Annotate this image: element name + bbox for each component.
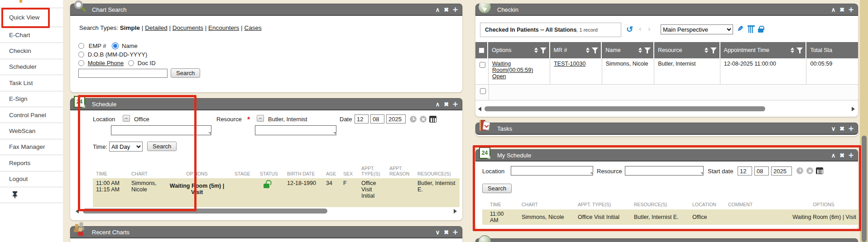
filter-icon[interactable] [592,47,598,53]
search-type-detailed[interactable]: Detailed [145,24,168,31]
sidebar-item-checkin[interactable]: Checkin [0,43,63,59]
location-tree-toggle[interactable]: − [123,115,130,122]
sidebar-item-control-panel[interactable]: Control Panel [0,107,63,123]
sort-icon[interactable] [705,47,708,53]
scroll-right-arrow[interactable] [852,107,855,111]
scroll-right-arrow[interactable] [454,209,457,214]
collapse-icon[interactable]: ∧ [436,7,440,13]
date-month-input[interactable] [355,114,369,123]
scroll-thumb[interactable] [862,136,867,242]
scroll-thumb[interactable] [83,209,327,214]
sidebar-item-logout[interactable]: Logout [0,171,63,187]
resize-grip[interactable] [590,172,593,176]
open-link[interactable]: Open [492,73,506,80]
expand-icon[interactable]: ∨ [831,126,836,132]
my-schedule-row[interactable]: 11:00 AM Simmons, Nicole Office Visit In… [482,209,858,225]
scroll-left-arrow[interactable] [478,107,481,111]
radio-name[interactable] [112,43,118,49]
sort-icon[interactable] [534,47,538,53]
sidebar-item-e-chart[interactable]: E-Chart [0,27,63,43]
sidebar-item-fax-manager[interactable]: Fax Manager [0,139,63,155]
perspective-select[interactable]: Main Perspective [661,24,733,34]
radio-mobile-phone[interactable] [78,60,84,66]
filter-icon[interactable] [644,47,651,53]
radio-dob[interactable] [78,52,84,57]
filter-icon[interactable] [796,47,803,53]
calendar-picker-icon[interactable] [429,116,436,123]
lock-icon[interactable] [758,28,763,33]
radio-doc-id[interactable] [128,60,134,66]
location-input[interactable] [111,125,211,135]
cell-options[interactable]: Waiting Room (6m) | Visit [782,214,858,220]
expand-icon[interactable]: ∨ [436,229,440,235]
date-year-input[interactable] [386,114,406,123]
search-type-cases[interactable]: Cases [244,24,261,31]
move-icon[interactable]: ✛ [849,7,854,13]
clear-date-icon[interactable] [420,116,427,123]
schedule-search-button[interactable]: Search [147,142,177,151]
location-input[interactable] [511,166,593,176]
date-year-input[interactable] [771,166,792,176]
move-icon[interactable]: ✛ [453,101,458,107]
prev-page-icon[interactable]: ‹ [639,24,642,33]
collapse-icon[interactable]: ∧ [436,101,440,107]
pushpin-icon[interactable] [12,191,18,198]
checkin-empty-row[interactable] [475,85,858,100]
checkin-row[interactable]: Waiting Room(00:05:59) Open TEST-10030 S… [475,58,858,85]
waiting-room-link[interactable]: Waiting Room(00:05:59) [492,61,533,73]
delete-icon[interactable] [748,27,754,33]
date-month-input[interactable] [738,166,752,176]
resource-input[interactable] [255,125,336,135]
sidebar-item-reports[interactable]: Reports [0,155,63,171]
sort-icon[interactable] [638,47,642,53]
sidebar-item-scheduler[interactable]: Scheduler [0,59,63,75]
chart-search-button[interactable]: Search [171,68,200,78]
row-checkbox[interactable] [480,88,486,94]
move-icon[interactable]: ✛ [453,229,458,235]
search-type-documents[interactable]: Documents [173,24,203,31]
select-all-checkbox[interactable] [479,47,484,53]
date-day-input[interactable] [370,114,384,123]
resize-grip[interactable] [333,132,336,135]
move-icon[interactable]: ✛ [849,152,854,158]
move-icon[interactable]: ✛ [849,126,854,132]
search-type-encounters[interactable]: Encounters [208,24,239,31]
collapse-icon[interactable]: ∧ [831,152,836,158]
chart-search-input[interactable] [78,69,168,78]
next-page-icon[interactable]: › [648,24,651,33]
sidebar-item-quick-view[interactable]: Quick View [0,8,63,27]
close-icon[interactable]: ✖ [839,152,844,158]
calendar-picker-icon[interactable] [816,167,823,174]
sort-icon[interactable] [586,47,590,53]
cell-chart[interactable]: Simmons, Nicole [514,212,570,222]
clear-date-icon[interactable] [806,167,813,174]
resource-tree-toggle[interactable]: − [257,115,264,122]
filter-icon[interactable] [540,47,547,53]
page-vertical-scrollbar[interactable] [860,0,868,242]
my-schedule-search-button[interactable]: Search [482,184,512,193]
resize-grip[interactable] [208,132,211,135]
cell-chart[interactable]: Simmons, Nicole [128,178,163,207]
row-checkbox[interactable] [480,62,485,68]
close-icon[interactable]: ✖ [839,126,844,132]
checkin-horizontal-scrollbar[interactable] [478,106,855,112]
collapse-icon[interactable]: ∧ [831,7,836,13]
resize-grip[interactable] [700,172,704,176]
search-type-simple[interactable]: Simple [120,24,140,31]
close-icon[interactable]: ✖ [444,229,449,235]
filter-icon[interactable] [710,47,717,53]
scroll-left-arrow[interactable] [76,209,79,214]
close-icon[interactable]: ✖ [839,7,844,13]
schedule-appointment-row[interactable]: 11:00 AM 11:15 AM Simmons, Nicole Waitin… [93,178,460,207]
mr-link[interactable]: TEST-10030 [554,61,585,67]
close-icon[interactable]: ✖ [444,101,449,107]
clock-icon[interactable] [796,167,803,174]
time-select[interactable]: All Day [109,142,143,152]
radio-emp[interactable] [78,43,84,49]
date-day-input[interactable] [754,166,769,176]
scroll-thumb[interactable] [484,106,765,111]
move-icon[interactable]: ✛ [453,7,458,13]
edit-icon[interactable]: ✎ [737,24,743,33]
clock-icon[interactable] [410,116,417,123]
refresh-icon[interactable]: ↺ [626,24,633,34]
